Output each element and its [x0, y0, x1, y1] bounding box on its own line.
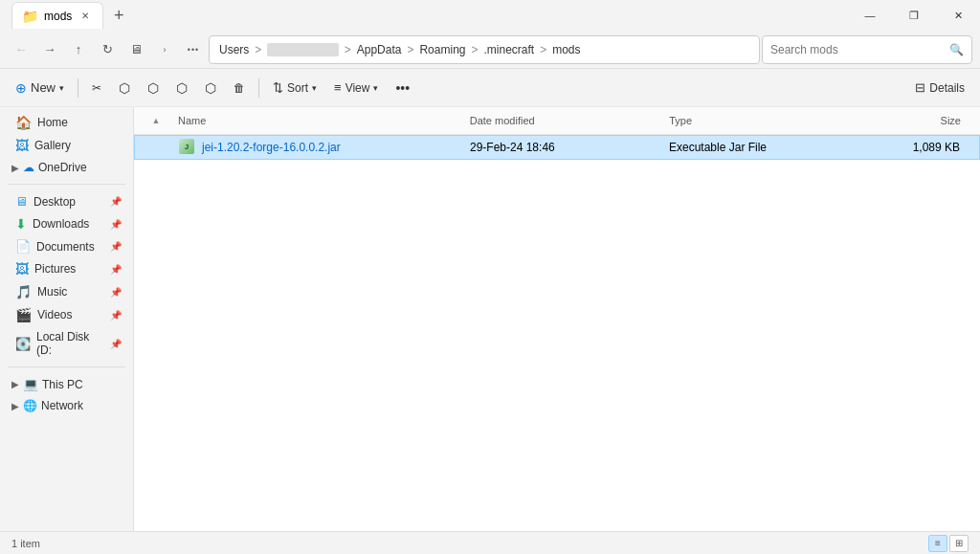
- window-controls: — ❐ ✕: [848, 0, 980, 31]
- view-chevron-icon: ▾: [373, 83, 378, 93]
- expand-button[interactable]: ›: [151, 36, 178, 63]
- sidebar-item-localdisk[interactable]: 💽 Local Disk (D: 📌: [4, 326, 129, 361]
- more-toolbar-button[interactable]: •••: [388, 75, 417, 101]
- file-header: ▲ Name Date modified Type Size: [134, 107, 980, 135]
- rename-button[interactable]: ⬡: [168, 75, 195, 101]
- address-bar[interactable]: Users > ████████ > AppData > Roaming > .…: [209, 35, 760, 64]
- sidebar-item-downloads[interactable]: ⬇ Downloads 📌: [4, 212, 129, 235]
- breadcrumb-appdata: AppData: [357, 43, 402, 56]
- tab-close-button[interactable]: ✕: [78, 9, 93, 24]
- sort-arrow-icon: ▲: [152, 116, 161, 125]
- chevron-right-network-icon: ▶: [11, 401, 19, 411]
- status-bar: 1 item ≡ ⊞: [0, 531, 980, 554]
- separator: [78, 78, 78, 98]
- search-icon: 🔍: [949, 43, 964, 56]
- share-button[interactable]: ⬡: [197, 75, 224, 101]
- pin-icon-music: 📌: [110, 287, 122, 298]
- view-button[interactable]: 🖥: [122, 36, 149, 63]
- new-icon: ⊕: [15, 80, 27, 96]
- maximize-button[interactable]: ❐: [892, 0, 936, 31]
- nav-bar: ← → ↑ ↻ 🖥 › ••• Users > ████████ > AppDa…: [0, 31, 980, 69]
- sidebar-item-network[interactable]: ▶ 🌐 Network: [4, 395, 129, 416]
- share-icon: ⬡: [205, 80, 216, 96]
- status-right: ≡ ⊞: [928, 535, 969, 552]
- sidebar-item-music[interactable]: 🎵 Music 📌: [4, 280, 129, 303]
- folder-icon: 📁: [22, 9, 38, 24]
- home-icon: 🏠: [15, 115, 32, 130]
- file-size-cell: 1,089 KB: [860, 141, 971, 154]
- column-header-size[interactable]: Size: [861, 111, 972, 130]
- music-icon: 🎵: [15, 284, 32, 299]
- details-panel-icon: ⊟: [915, 80, 925, 95]
- breadcrumb-roaming: Roaming: [419, 43, 465, 56]
- paste-button[interactable]: ⬡: [140, 75, 167, 101]
- sidebar-item-pictures[interactable]: 🖼 Pictures 📌: [4, 257, 129, 280]
- item-count: 1 item: [11, 538, 40, 549]
- breadcrumb-minecraft: .minecraft: [484, 43, 535, 56]
- chevron-right-icon: ▶: [11, 163, 19, 173]
- file-type-cell: Executable Jar File: [661, 141, 860, 154]
- view-toggle: ≡ ⊞: [928, 535, 969, 552]
- tile-view-button[interactable]: ⊞: [949, 535, 969, 552]
- onedrive-icon: ☁: [23, 161, 34, 174]
- pin-icon-localdisk: 📌: [110, 339, 122, 349]
- tab-label: mods: [44, 10, 72, 23]
- breadcrumb-mods: mods: [552, 43, 580, 56]
- column-header-type[interactable]: Type: [661, 111, 861, 130]
- sidebar-item-home[interactable]: 🏠 Home: [4, 111, 129, 134]
- thispc-icon: 💻: [23, 377, 38, 391]
- copy-button[interactable]: ⬡: [111, 75, 138, 101]
- pictures-icon: 🖼: [15, 261, 29, 277]
- sort-button[interactable]: ⇅ Sort ▾: [265, 75, 324, 101]
- downloads-icon: ⬇: [15, 216, 27, 232]
- sidebar-item-desktop[interactable]: 🖥 Desktop 📌: [4, 190, 129, 212]
- column-header-date[interactable]: Date modified: [462, 111, 662, 130]
- tab-strip: 📁 mods ✕ +: [11, 2, 848, 29]
- close-button[interactable]: ✕: [936, 0, 980, 31]
- more-icon: •••: [395, 80, 410, 96]
- cut-icon: ✂: [92, 81, 101, 95]
- sort-chevron-icon: ▾: [312, 83, 317, 93]
- title-bar: 📁 mods ✕ + — ❐ ✕: [0, 0, 980, 31]
- pin-icon-documents: 📌: [110, 241, 122, 252]
- sidebar-item-thispc[interactable]: ▶ 💻 This PC: [4, 373, 129, 395]
- cut-button[interactable]: ✂: [84, 75, 109, 101]
- refresh-button[interactable]: ↻: [94, 36, 121, 63]
- pin-icon-videos: 📌: [110, 310, 122, 321]
- paste-icon: ⬡: [147, 80, 159, 96]
- sort-icon: ⇅: [273, 80, 283, 95]
- back-button[interactable]: ←: [8, 36, 34, 63]
- delete-button[interactable]: 🗑: [226, 75, 253, 101]
- up-button[interactable]: ↑: [65, 36, 92, 63]
- new-chevron-icon: ▾: [59, 83, 64, 93]
- minimize-button[interactable]: —: [848, 0, 892, 31]
- sidebar-item-documents[interactable]: 📄 Documents 📌: [4, 235, 129, 257]
- list-view-button[interactable]: ≡: [928, 535, 947, 552]
- new-tab-button[interactable]: +: [103, 2, 134, 29]
- pin-icon: 📌: [110, 196, 122, 207]
- separator2: [258, 78, 259, 98]
- main-area: 🏠 Home 🖼 Gallery ▶ ☁ OneDrive 🖥 Desktop …: [0, 107, 980, 531]
- tab-mods[interactable]: 📁 mods ✕: [11, 2, 103, 29]
- jar-file-icon: J: [179, 139, 196, 156]
- breadcrumb-users: Users: [219, 43, 249, 56]
- sidebar-item-gallery[interactable]: 🖼 Gallery: [4, 134, 129, 157]
- sidebar: 🏠 Home 🖼 Gallery ▶ ☁ OneDrive 🖥 Desktop …: [0, 107, 134, 531]
- more-nav-button[interactable]: •••: [180, 36, 207, 63]
- table-row[interactable]: J jei-1.20.2-forge-16.0.0.2.jar 29-Feb-2…: [134, 135, 980, 160]
- new-button[interactable]: ⊕ New ▾: [8, 75, 72, 101]
- sidebar-item-onedrive[interactable]: ▶ ☁ OneDrive: [4, 157, 129, 178]
- network-icon: 🌐: [23, 399, 37, 412]
- search-input[interactable]: [770, 43, 946, 56]
- view-button[interactable]: ≡ View ▾: [326, 75, 386, 101]
- pin-icon-downloads: 📌: [110, 219, 122, 230]
- search-bar[interactable]: 🔍: [762, 35, 972, 64]
- view-icon: ≡: [334, 80, 342, 95]
- forward-button[interactable]: →: [36, 36, 63, 63]
- chevron-right-thispc-icon: ▶: [11, 379, 19, 389]
- details-button[interactable]: ⊟ Details: [907, 75, 972, 101]
- sidebar-divider: [8, 184, 125, 185]
- column-header-name[interactable]: Name: [170, 111, 462, 130]
- sidebar-item-videos[interactable]: 🎬 Videos 📌: [4, 303, 129, 326]
- delete-icon: 🗑: [234, 81, 245, 95]
